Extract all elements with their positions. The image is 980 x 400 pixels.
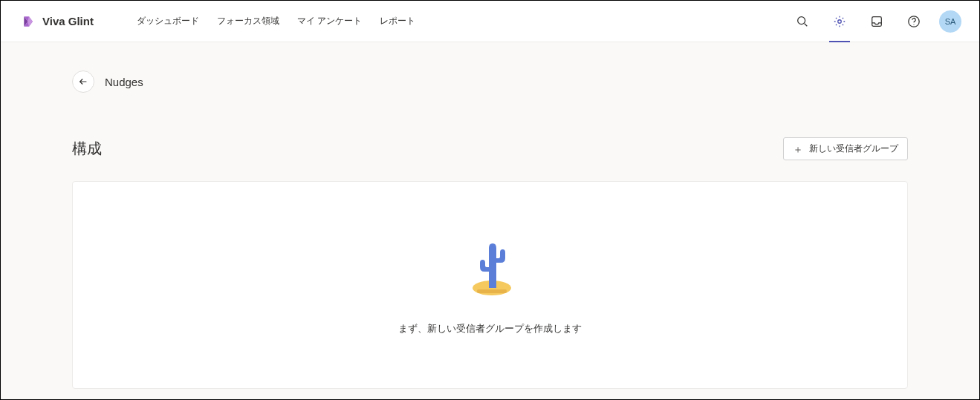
inbox-icon xyxy=(870,15,883,28)
arrow-left-icon xyxy=(78,76,88,87)
svg-rect-7 xyxy=(477,289,507,293)
breadcrumb: Nudges xyxy=(72,71,908,93)
plus-icon: ＋ xyxy=(793,144,803,154)
brand[interactable]: Viva Glint xyxy=(22,14,94,29)
user-avatar[interactable]: SA xyxy=(939,10,961,33)
settings-button[interactable] xyxy=(828,10,851,33)
nav-right: SA xyxy=(791,10,961,33)
brand-name: Viva Glint xyxy=(42,15,94,27)
nav-focus-area[interactable]: フォーカス領域 xyxy=(217,15,279,27)
svg-point-5 xyxy=(913,24,914,24)
svg-point-0 xyxy=(798,16,805,24)
help-button[interactable] xyxy=(902,10,926,33)
nav-dashboard[interactable]: ダッシュボード xyxy=(137,15,199,27)
top-navigation: Viva Glint ダッシュボード フォーカス領域 マイ アンケート レポート xyxy=(1,1,979,42)
cactus-illustration-icon xyxy=(461,235,520,301)
svg-line-1 xyxy=(805,23,808,26)
main-content: Nudges 構成 ＋ 新しい受信者グループ まず、新しい受信者グループを作成し… xyxy=(1,42,979,400)
empty-state-card: まず、新しい受信者グループを作成します xyxy=(72,181,908,389)
svg-rect-3 xyxy=(872,16,882,26)
nav-my-survey[interactable]: マイ アンケート xyxy=(297,15,362,27)
section-title: 構成 xyxy=(72,139,102,159)
svg-point-2 xyxy=(838,19,842,23)
viva-glint-logo-icon xyxy=(22,14,36,29)
nav-report[interactable]: レポート xyxy=(380,15,415,27)
empty-state-message: まず、新しい受信者グループを作成します xyxy=(398,322,582,335)
search-icon xyxy=(796,15,809,28)
nav-links: ダッシュボード フォーカス領域 マイ アンケート レポート xyxy=(137,15,415,27)
new-group-label: 新しい受信者グループ xyxy=(809,142,898,155)
back-button[interactable] xyxy=(72,71,94,93)
section-header: 構成 ＋ 新しい受信者グループ xyxy=(72,137,908,160)
help-icon xyxy=(907,15,921,28)
inbox-button[interactable] xyxy=(865,10,889,33)
page-title: Nudges xyxy=(105,76,143,88)
search-button[interactable] xyxy=(791,10,814,33)
new-recipient-group-button[interactable]: ＋ 新しい受信者グループ xyxy=(783,137,908,160)
gear-icon xyxy=(833,15,846,28)
